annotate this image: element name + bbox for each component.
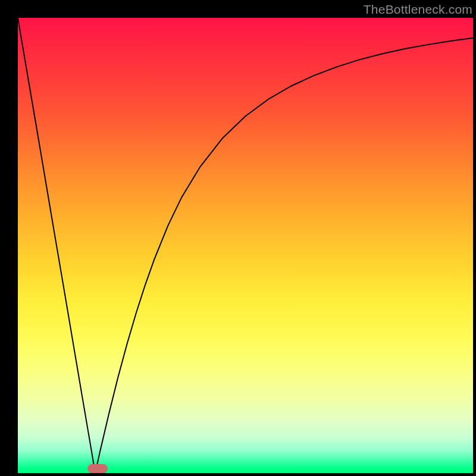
bottleneck-curve xyxy=(18,18,473,473)
chart-frame: TheBottleneck.com xyxy=(0,0,476,476)
watermark-text: TheBottleneck.com xyxy=(364,2,472,17)
curve-svg xyxy=(18,18,473,473)
plot-area xyxy=(18,18,473,473)
bottleneck-marker xyxy=(87,464,108,473)
